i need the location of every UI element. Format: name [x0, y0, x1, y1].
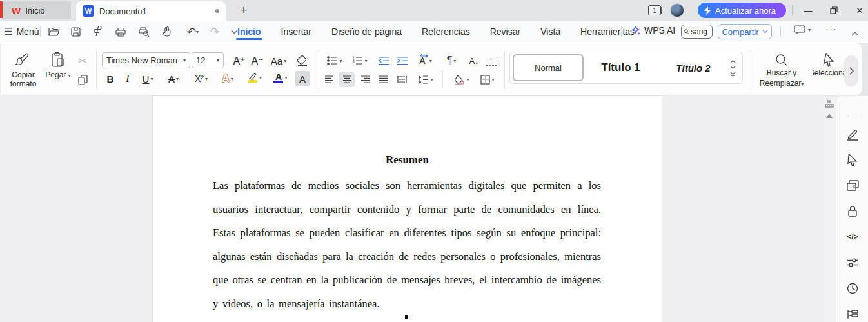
expand-ribbon-button[interactable]	[844, 55, 858, 86]
document-title[interactable]: Resumen	[153, 154, 662, 166]
style-titulo-2[interactable]: Título 2	[658, 63, 729, 74]
gallery-scroll-controls	[730, 60, 736, 76]
underline-button[interactable]: U ▾	[137, 71, 158, 86]
borders-button[interactable]: ▾	[476, 72, 499, 87]
open-file-button[interactable]	[46, 26, 61, 37]
search-input[interactable]	[691, 27, 710, 36]
style-titulo-1[interactable]: Título 1	[584, 61, 658, 74]
increase-indent-button[interactable]	[394, 53, 411, 68]
print-preview-button[interactable]	[137, 26, 151, 37]
select-button[interactable]: Seleccionar	[813, 53, 846, 77]
window-manager-badge[interactable]: 1	[648, 5, 661, 15]
text-direction-icon: A	[419, 55, 425, 66]
search-box[interactable]	[681, 25, 713, 39]
tab-revisar[interactable]: Revisar	[489, 22, 522, 41]
line-spacing-icon	[418, 75, 429, 84]
text-direction-button[interactable]: A ▾	[413, 53, 438, 68]
chevron-down-icon: ▾	[231, 76, 233, 82]
dash-tool-icon[interactable]: —	[845, 106, 860, 122]
font-family-select[interactable]: Times New Roman ▾	[102, 52, 190, 68]
export-pdf-button[interactable]	[90, 26, 104, 37]
new-tab-button[interactable]: +	[236, 3, 252, 18]
update-now-button[interactable]: Actualizar ahora	[698, 3, 786, 18]
scrollbar-track[interactable]	[824, 96, 836, 322]
ruler-toggle-button[interactable]	[825, 99, 834, 110]
format-painter-button[interactable]: Copiar formato	[5, 52, 41, 88]
redo-button[interactable]: ↷	[208, 26, 222, 37]
gallery-down-button[interactable]	[730, 66, 736, 69]
bold-button[interactable]: B	[103, 71, 117, 86]
more-options-button[interactable]: ···	[825, 23, 837, 34]
close-windows-icon[interactable]	[845, 177, 860, 193]
paste-button[interactable]: Pegar ▾	[44, 52, 72, 81]
numbering-button[interactable]: ▾	[349, 53, 371, 68]
align-center-button[interactable]	[339, 72, 355, 87]
chevron-down-icon: ▾	[491, 77, 494, 83]
decrease-indent-button[interactable]	[375, 53, 392, 68]
document-tab[interactable]: W Documento1	[76, 1, 226, 21]
close-button[interactable]: ✕	[850, 3, 868, 18]
italic-button[interactable]: I	[121, 71, 135, 86]
cut-button[interactable]: ✂	[75, 53, 90, 68]
paste-icon	[50, 52, 66, 68]
undo-button[interactable]: ↶ ▾	[183, 26, 202, 37]
shrink-font-button[interactable]: A⁻	[249, 53, 266, 68]
line-spacing-button[interactable]: ▾	[413, 72, 438, 87]
tab-vista[interactable]: Vista	[539, 22, 562, 41]
minimize-button[interactable]: —	[798, 3, 818, 18]
font-color-button[interactable]: A ▾	[269, 70, 292, 85]
tabs-settings-button[interactable]	[484, 54, 499, 70]
text-effects-button[interactable]: A ▾	[217, 71, 239, 86]
comments-button[interactable]: ▾	[794, 25, 811, 35]
strikethrough-button[interactable]: A ▾	[163, 71, 184, 86]
collapse-ribbon-button[interactable]	[851, 27, 859, 39]
align-left-button[interactable]	[321, 72, 337, 87]
find-replace-button[interactable]: Buscar y Reemplazar▾	[761, 53, 802, 89]
grow-font-button[interactable]: A⁺	[231, 53, 248, 68]
share-button[interactable]: Compartir	[718, 24, 772, 39]
avatar[interactable]	[670, 3, 684, 17]
unsaved-dot-icon[interactable]	[215, 9, 219, 13]
tab-herramientas[interactable]: Herramientas	[579, 22, 636, 41]
justify-button[interactable]	[375, 72, 391, 87]
print-button[interactable]	[113, 26, 128, 37]
distribute-button[interactable]	[393, 72, 410, 87]
wps-ai-button[interactable]: WPS AI	[631, 25, 675, 35]
restore-button[interactable]	[824, 3, 843, 18]
tab-inicio[interactable]: Inicio	[236, 22, 262, 41]
tab-diseno-de-pagina[interactable]: Diseño de página	[330, 22, 403, 41]
settings-sliders-icon[interactable]	[845, 255, 860, 270]
show-marks-button[interactable]: ¶ ▾	[440, 53, 463, 68]
shading-button[interactable]: ▾	[449, 72, 473, 87]
outline-tree-icon[interactable]	[845, 307, 860, 322]
superscript-button[interactable]: X² ▾	[190, 71, 213, 86]
chevron-down-icon: ▾	[183, 57, 186, 63]
tab-insertar[interactable]: Insertar	[280, 22, 313, 41]
history-clock-icon[interactable]	[845, 281, 860, 296]
home-tab[interactable]: W Inicio	[3, 1, 71, 19]
gallery-more-button[interactable]	[730, 72, 736, 76]
bullets-button[interactable]: ▾	[324, 53, 346, 68]
increase-indent-icon	[397, 57, 408, 65]
edit-pen-icon[interactable]	[845, 126, 860, 142]
highlight-color-button[interactable]: ▾	[243, 70, 266, 85]
align-right-button[interactable]	[357, 72, 373, 87]
tab-referencias[interactable]: Referencias	[420, 22, 471, 41]
clear-format-button[interactable]	[294, 53, 311, 68]
select-cursor-icon[interactable]	[845, 152, 860, 167]
font-size-select[interactable]: 12 ▾	[192, 52, 224, 68]
style-normal[interactable]: Normal	[513, 54, 584, 81]
gallery-up-button[interactable]	[730, 60, 736, 63]
menu-button[interactable]: ☰ Menú	[4, 25, 39, 38]
character-shading-button[interactable]: A	[295, 71, 310, 86]
copy-button[interactable]	[75, 72, 90, 88]
code-icon[interactable]: </>	[845, 229, 860, 245]
chevron-down-icon: ▾	[259, 75, 262, 81]
save-button[interactable]	[68, 26, 83, 37]
change-case-button[interactable]: Aa ▾	[268, 53, 290, 68]
hand-tool-button[interactable]	[160, 26, 174, 37]
lock-icon[interactable]	[845, 203, 860, 219]
scroll-up-button[interactable]	[826, 114, 833, 118]
sort-button[interactable]: A↓	[466, 53, 482, 68]
document-paragraph[interactable]: Las plataformas de medios sociales son h…	[213, 174, 601, 316]
